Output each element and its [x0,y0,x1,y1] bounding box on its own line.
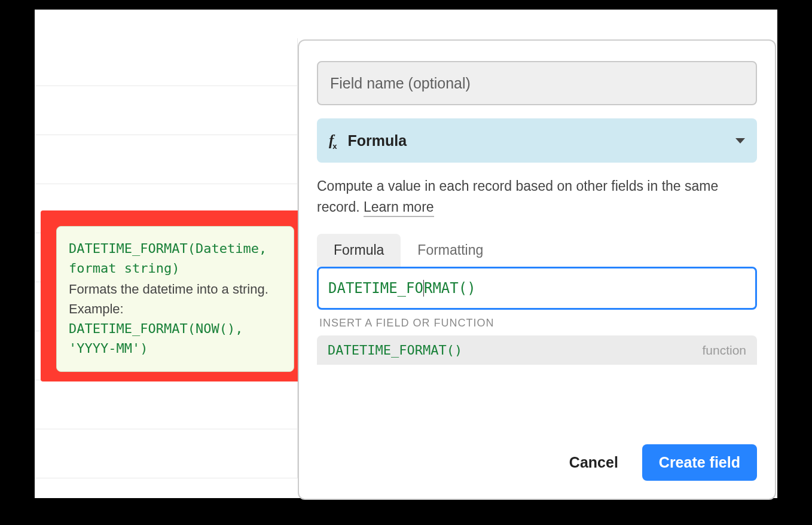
app-frame: DATETIME_FORMAT(Datetime, format string)… [35,10,777,498]
tab-formula[interactable]: Formula [317,234,401,267]
formula-input[interactable]: DATETIME_FORMAT() [317,267,757,310]
top-bar-strip [35,10,777,38]
formula-icon: f [329,132,338,149]
suggest-item-name: DATETIME_FORMAT() [328,343,462,358]
config-tabs: Formula Formatting [317,234,757,267]
field-type-label: Formula [348,132,735,149]
suggest-item[interactable]: DATETIME_FORMAT() function [317,335,757,365]
learn-more-link[interactable]: Learn more [364,199,434,217]
suggest-heading: INSERT A FIELD OR FUNCTION [317,317,757,329]
suggest-item-kind: function [702,343,746,358]
tooltip-signature: DATETIME_FORMAT(Datetime, format string) [69,239,282,278]
function-tooltip: DATETIME_FORMAT(Datetime, format string)… [56,226,294,372]
tooltip-example: DATETIME_FORMAT(NOW(), 'YYYY-MM') [69,319,282,358]
formula-text-before: DATETIME_FO [328,280,423,297]
suggest-list-spacer [317,365,757,398]
tab-formatting[interactable]: Formatting [401,234,500,267]
tooltip-description: Formats the datetime into a string. Exam… [69,279,282,319]
field-type-description: Compute a value in each record based on … [317,176,757,217]
formula-text-after: RMAT() [424,280,476,297]
panel-footer: Cancel Create field [317,428,757,481]
suggest-list: DATETIME_FORMAT() function [317,335,757,398]
field-config-panel: f Formula Compute a value in each record… [298,39,776,500]
chevron-down-icon [735,138,745,144]
field-name-input[interactable] [317,61,757,105]
create-field-button[interactable]: Create field [642,444,757,481]
field-type-select[interactable]: f Formula [317,118,757,163]
cancel-button[interactable]: Cancel [569,454,618,471]
